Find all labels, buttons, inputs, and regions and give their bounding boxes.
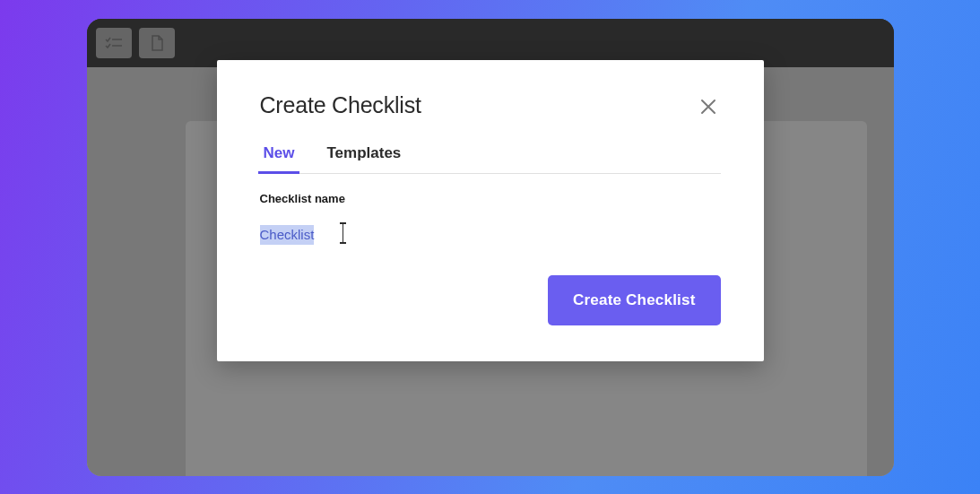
app-window: Create Checklist New Templates Checklist… — [87, 19, 894, 476]
tab-new[interactable]: New — [260, 144, 299, 173]
modal-footer: Create Checklist — [260, 275, 721, 325]
checklist-name-label: Checklist name — [260, 192, 721, 205]
modal-tabs: New Templates — [260, 144, 721, 174]
modal-header: Create Checklist — [260, 92, 721, 119]
modal-title: Create Checklist — [260, 92, 421, 118]
create-checklist-button[interactable]: Create Checklist — [548, 275, 720, 325]
close-icon — [699, 98, 717, 116]
close-button[interactable] — [696, 94, 721, 119]
text-cursor-icon — [343, 224, 343, 242]
modal-overlay: Create Checklist New Templates Checklist… — [87, 19, 894, 476]
input-selected-text: Checklist — [260, 225, 315, 245]
create-checklist-modal: Create Checklist New Templates Checklist… — [217, 60, 764, 361]
tab-templates[interactable]: Templates — [323, 144, 404, 173]
checklist-name-input[interactable]: Checklist — [260, 225, 721, 250]
